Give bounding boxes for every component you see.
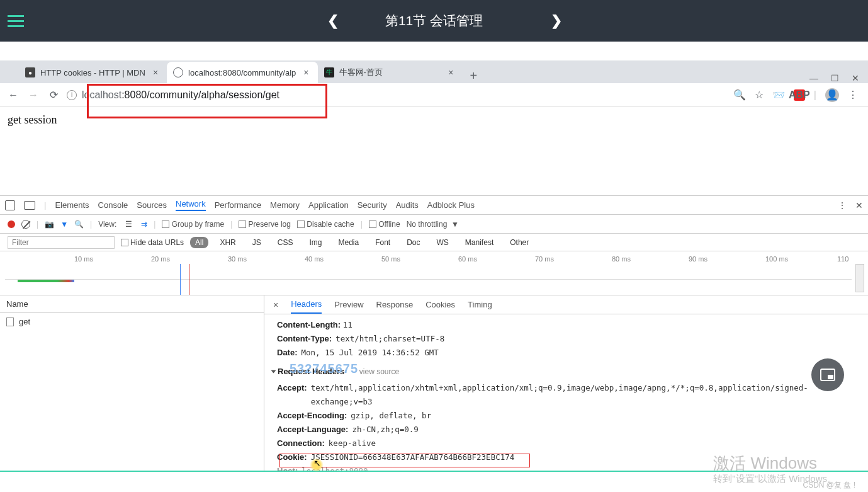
filter-js[interactable]: JS <box>247 237 266 248</box>
preserve-log-checkbox[interactable]: Preserve log <box>239 220 291 229</box>
next-lesson-button[interactable]: ❯ <box>551 13 562 29</box>
devtools-panel: | Elements Console Sources Network Perfo… <box>0 195 868 472</box>
view-large-icon[interactable]: ☰ <box>123 220 135 229</box>
close-window-button[interactable]: ✕ <box>852 73 859 83</box>
request-headers-section[interactable]: Request Headers view source <box>272 365 868 379</box>
request-item[interactable]: get <box>0 313 264 330</box>
dtab-response[interactable]: Response <box>376 296 414 313</box>
prev-lesson-button[interactable]: ❮ <box>327 13 339 29</box>
devtools-close-button[interactable]: ✕ <box>855 200 863 210</box>
new-tab-button[interactable]: + <box>463 69 485 83</box>
disable-cache-checkbox[interactable]: Disable cache <box>297 220 354 229</box>
record-button[interactable] <box>8 220 15 228</box>
svg-rect-1 <box>828 375 833 379</box>
tab-application[interactable]: Application <box>308 200 349 210</box>
profile-icon[interactable]: 👤 <box>825 88 839 102</box>
network-timeline[interactable]: 10 ms 20 ms 30 ms 40 ms 50 ms 60 ms 70 m… <box>0 251 868 295</box>
dtab-cookies[interactable]: Cookies <box>426 296 455 313</box>
browser-menu-button[interactable]: ⋮ <box>848 89 858 101</box>
inspect-icon[interactable] <box>5 200 15 210</box>
lesson-title: 第11节 会话管理 <box>385 12 483 30</box>
star-icon[interactable]: ☆ <box>755 89 764 101</box>
browser-window: ● HTTP cookies - HTTP | MDN × localhost:… <box>0 60 868 472</box>
url-text[interactable]: localhost:8080/community/alpha/session/g… <box>82 89 279 101</box>
site-info-icon[interactable]: i <box>67 90 77 100</box>
maximize-button[interactable]: ☐ <box>831 73 839 83</box>
filter-font[interactable]: Font <box>370 237 395 248</box>
request-detail: × Headers Preview Response Cookies Timin… <box>264 295 868 471</box>
filter-xhr[interactable]: XHR <box>215 237 240 248</box>
minimize-button[interactable]: — <box>809 73 818 83</box>
tab-localhost[interactable]: localhost:8080/community/alp × <box>167 62 317 83</box>
tab-performance[interactable]: Performance <box>215 200 261 210</box>
tab-label: HTTP cookies - HTTP | MDN <box>40 68 145 77</box>
dtab-headers[interactable]: Headers <box>291 295 322 314</box>
tab-sources[interactable]: Sources <box>137 200 167 210</box>
device-toggle-icon[interactable] <box>24 201 35 210</box>
close-icon[interactable]: × <box>150 67 161 77</box>
tab-label: localhost:8080/community/alp <box>188 68 296 77</box>
window-controls: — ☐ ✕ <box>809 73 868 83</box>
watermark-number: 532745675 <box>290 362 358 376</box>
filter-css[interactable]: CSS <box>273 237 298 248</box>
timeline-scroll[interactable] <box>855 264 864 292</box>
tab-console[interactable]: Console <box>98 200 128 210</box>
back-button[interactable]: ← <box>6 88 20 102</box>
network-toolbar: | 📷 ▼ 🔍 | View: ☰ ⇉ | Group by frame | P… <box>0 215 868 234</box>
hide-data-urls-checkbox[interactable]: Hide data URLs <box>121 238 184 247</box>
request-name: get <box>19 317 30 326</box>
clear-button[interactable] <box>21 220 30 229</box>
lesson-topbar: ❮ 第11节 会话管理 ❯ <box>0 0 868 42</box>
detail-close-button[interactable]: × <box>273 300 278 310</box>
search-network-icon[interactable]: 🔍 <box>74 220 84 229</box>
request-list: Name get <box>0 295 264 471</box>
detail-tabs: × Headers Preview Response Cookies Timin… <box>264 295 868 314</box>
headers-content: Content-Length: 11 Content-Type: text/ht… <box>264 314 868 471</box>
offline-checkbox[interactable]: Offline <box>369 220 400 229</box>
request-list-header: Name <box>0 295 264 313</box>
close-icon[interactable]: × <box>446 67 456 77</box>
tab-memory[interactable]: Memory <box>270 200 300 210</box>
tab-adblock[interactable]: Adblock Plus <box>427 200 475 210</box>
tab-audits[interactable]: Audits <box>396 200 419 210</box>
dtab-timing[interactable]: Timing <box>468 296 492 313</box>
tab-label: 牛客网-首页 <box>339 67 441 78</box>
tab-mdn[interactable]: ● HTTP cookies - HTTP | MDN × <box>19 62 167 83</box>
tab-nowcoder[interactable]: 牛 牛客网-首页 × <box>318 62 463 83</box>
screenshot-icon[interactable]: 📷 <box>45 220 54 229</box>
group-by-frame-checkbox[interactable]: Group by frame <box>162 220 224 229</box>
address-bar-row: ← → ⟳ i localhost:8080/community/alpha/s… <box>0 83 868 107</box>
search-icon[interactable]: 🔍 <box>733 89 746 101</box>
favicon-nowcoder-icon: 牛 <box>324 67 334 77</box>
filter-img[interactable]: Img <box>304 237 327 248</box>
filter-all[interactable]: All <box>190 237 208 248</box>
toolbar-icons: 🔍 ☆ 📨 ABP | 👤 ⋮ <box>733 88 862 102</box>
filter-input[interactable] <box>8 236 115 249</box>
page-body: get session <box>0 107 868 195</box>
close-icon[interactable]: × <box>301 67 311 77</box>
filter-manifest[interactable]: Manifest <box>460 237 499 248</box>
picture-in-picture-button[interactable] <box>811 358 844 391</box>
watermark-csdn: CSDN @复 盘 ! <box>803 480 855 491</box>
filter-doc[interactable]: Doc <box>402 237 425 248</box>
view-waterfall-icon[interactable]: ⇉ <box>141 220 147 229</box>
reload-button[interactable]: ⟳ <box>47 88 60 102</box>
tab-elements[interactable]: Elements <box>55 200 89 210</box>
filter-icon[interactable]: ▼ <box>60 220 68 229</box>
abp-icon[interactable]: ABP <box>794 89 805 101</box>
network-filter-row: Hide data URLs All XHR JS CSS Img Media … <box>0 234 868 251</box>
filter-media[interactable]: Media <box>333 237 364 248</box>
throttling-select[interactable]: No throttling ▼ <box>407 220 459 229</box>
tab-security[interactable]: Security <box>358 200 387 210</box>
menu-hamburger-icon[interactable] <box>0 5 31 37</box>
filter-other[interactable]: Other <box>505 237 534 248</box>
forward-button[interactable]: → <box>26 88 40 102</box>
dtab-preview[interactable]: Preview <box>334 296 363 313</box>
view-source-link[interactable]: view source <box>359 367 399 376</box>
view-label: View: <box>98 220 116 229</box>
devtools-more-button[interactable]: ⋮ <box>838 200 847 210</box>
filter-ws[interactable]: WS <box>432 237 454 248</box>
tab-network[interactable]: Network <box>176 199 206 211</box>
tab-strip: ● HTTP cookies - HTTP | MDN × localhost:… <box>0 60 868 83</box>
mail-icon[interactable]: 📨 <box>772 89 785 101</box>
